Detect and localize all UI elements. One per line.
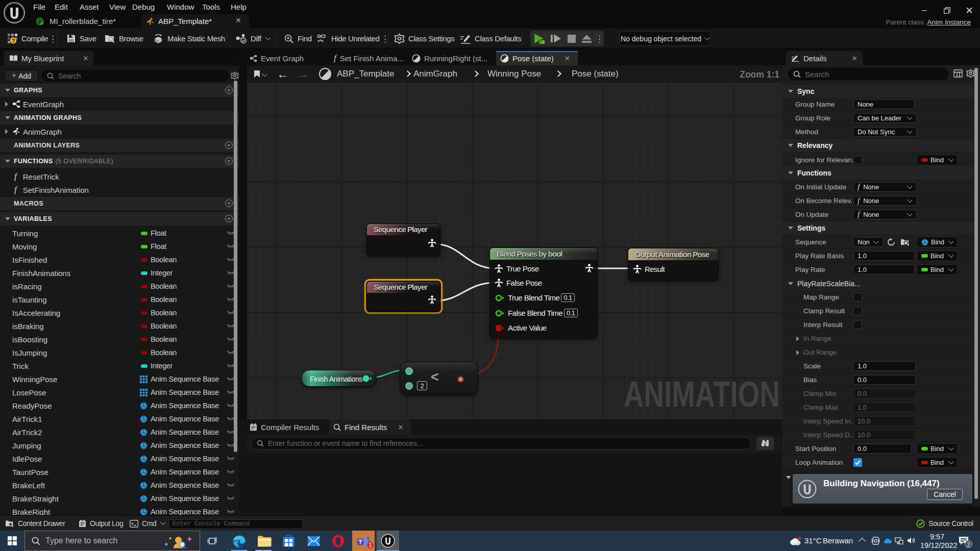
svg-text:?: ? [12, 38, 15, 44]
